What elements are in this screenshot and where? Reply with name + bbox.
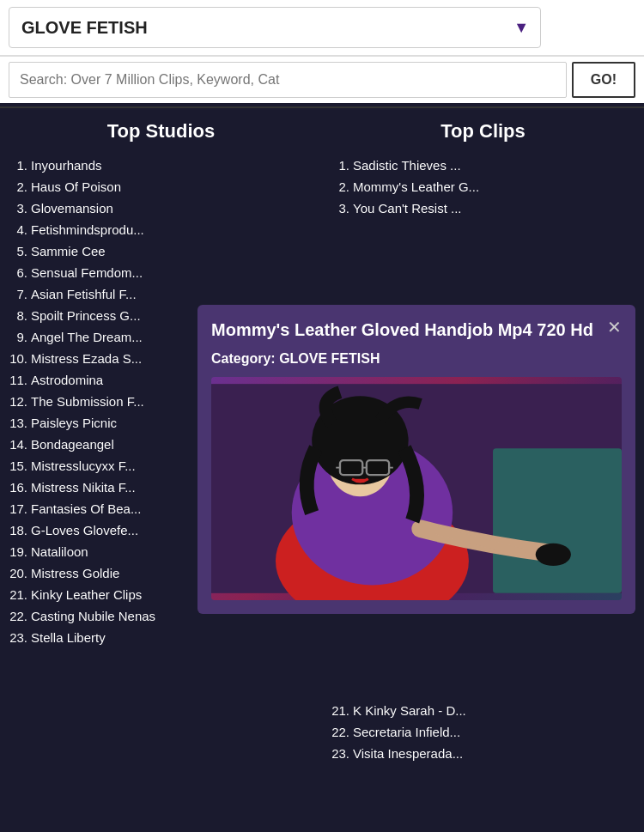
clips-header: Top Clips (331, 120, 635, 146)
search-bar: GO! (0, 55, 644, 103)
studio-label[interactable]: Mistress Goldie (31, 566, 119, 580)
svg-point-11 (536, 544, 571, 566)
clip-list-item: 3.You Can't Resist ... (331, 201, 635, 216)
studio-label[interactable]: The Submission F... (31, 394, 144, 409)
clip-label[interactable]: K Kinky Sarah - D... (353, 703, 466, 718)
clip-list-item: 2.Mommy's Leather G... (331, 179, 635, 194)
studio-num: 6. (9, 265, 27, 280)
popup-title: Mommy's Leather Gloved Handjob Mp4 720 H… (211, 319, 598, 341)
studio-label[interactable]: Casting Nubile Nenas (31, 609, 155, 623)
studio-label[interactable]: Stella Liberty (31, 630, 106, 645)
category-dropdown-wrapper: GLOVE FETISH ▼ (9, 7, 541, 48)
studio-num: 19. (9, 544, 27, 559)
studio-label[interactable]: Asian Fetishful F... (31, 287, 137, 301)
studio-num: 11. (9, 373, 27, 387)
studio-num: 7. (9, 287, 27, 301)
clip-label[interactable]: Mommy's Leather G... (353, 179, 479, 194)
studio-label[interactable]: Spoilt Princess G... (31, 308, 141, 323)
popup-category-value: GLOVE FETISH (279, 351, 380, 366)
popup-image (211, 377, 622, 600)
studio-num: 1. (9, 158, 27, 173)
studio-num: 9. (9, 330, 27, 344)
studio-list-item: 2.Haus Of Poison (9, 179, 313, 194)
clip-list-item: 22.Secretaria Infield... (331, 725, 635, 739)
studio-list-item: 6.Sensual Femdom... (9, 265, 313, 280)
studio-label[interactable]: Bondageangel (31, 437, 114, 452)
clip-num: 23. (331, 746, 349, 761)
clip-list-item: 1.Sadistic Thieves ... (331, 158, 635, 173)
studio-num: 10. (9, 351, 27, 366)
clip-label[interactable]: You Can't Resist ... (353, 201, 462, 216)
studio-num: 12. (9, 394, 27, 409)
studio-list-item: 23.Stella Liberty (9, 630, 313, 645)
popup-close-button[interactable]: ✕ (607, 319, 622, 336)
studio-label[interactable]: Haus Of Poison (31, 179, 121, 194)
studio-list-item: 4.Fetishmindsprodu... (9, 222, 313, 237)
studios-header: Top Studios (9, 120, 313, 146)
popup-category: Category: GLOVE FETISH (211, 351, 622, 367)
clip-num: 2. (331, 179, 349, 194)
go-button[interactable]: GO! (572, 62, 635, 98)
studio-label[interactable]: Angel The Dream... (31, 330, 143, 344)
studio-label[interactable]: Sensual Femdom... (31, 265, 143, 280)
clip-num: 22. (331, 725, 349, 739)
studio-label[interactable]: Mistresslucyxx F... (31, 459, 136, 473)
studio-list-item: 1.Inyourhands (9, 158, 313, 173)
studio-list-item: 5.Sammie Cee (9, 244, 313, 258)
studio-num: 14. (9, 437, 27, 452)
studio-num: 16. (9, 480, 27, 495)
clip-label[interactable]: Sadistic Thieves ... (353, 158, 461, 173)
studio-label[interactable]: Inyourhands (31, 158, 102, 173)
clip-label[interactable]: Visita Inesperada... (353, 746, 463, 761)
studio-num: 4. (9, 222, 27, 237)
studio-label[interactable]: Mistress Nikita F... (31, 480, 136, 495)
studio-label[interactable]: Nataliloon (31, 544, 88, 559)
studio-label[interactable]: Astrodomina (31, 373, 103, 387)
category-dropdown[interactable]: GLOVE FETISH (9, 7, 541, 48)
studio-label[interactable]: G-Loves Glovefe... (31, 523, 138, 537)
studio-list-item: 7.Asian Fetishful F... (9, 287, 313, 301)
studio-num: 20. (9, 566, 27, 580)
studio-label[interactable]: Glovemansion (31, 201, 113, 216)
studio-label[interactable]: Mistress Ezada S... (31, 351, 142, 366)
studio-num: 15. (9, 459, 27, 473)
clip-num: 1. (331, 158, 349, 173)
studio-label[interactable]: Sammie Cee (31, 244, 106, 258)
studio-num: 18. (9, 523, 27, 537)
clip-list-item: 23.Visita Inesperada... (331, 746, 635, 761)
studio-label[interactable]: Paisleys Picnic (31, 416, 117, 430)
studio-num: 17. (9, 501, 27, 516)
divider (0, 106, 644, 108)
studio-num: 23. (9, 630, 27, 645)
svg-rect-1 (493, 448, 622, 593)
clip-num: 3. (331, 201, 349, 216)
clip-list-item: 21.K Kinky Sarah - D... (331, 703, 635, 718)
studio-num: 2. (9, 179, 27, 194)
popup-overlay: Mommy's Leather Gloved Handjob Mp4 720 H… (197, 305, 635, 614)
studio-num: 22. (9, 609, 27, 623)
clip-num: 21. (331, 703, 349, 718)
studio-label[interactable]: Fetishmindsprodu... (31, 222, 144, 237)
studio-num: 3. (9, 201, 27, 216)
studio-num: 8. (9, 308, 27, 323)
search-input[interactable] (9, 62, 567, 98)
studio-list-item: 3.Glovemansion (9, 201, 313, 216)
studio-label[interactable]: Kinky Leather Clips (31, 587, 142, 602)
studio-label[interactable]: Fantasies Of Bea... (31, 501, 141, 516)
popup-category-label: Category: (211, 351, 276, 366)
studio-num: 13. (9, 416, 27, 430)
popup-header: Mommy's Leather Gloved Handjob Mp4 720 H… (211, 319, 622, 341)
clip-label[interactable]: Secretaria Infield... (353, 725, 460, 739)
studio-num: 5. (9, 244, 27, 258)
studio-num: 21. (9, 587, 27, 602)
top-bar: GLOVE FETISH ▼ (0, 0, 644, 55)
